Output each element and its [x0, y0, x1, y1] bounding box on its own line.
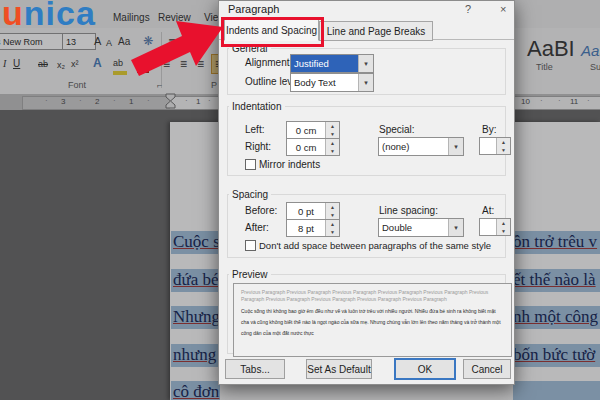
spin-up-icon[interactable]: ▲ [326, 220, 339, 228]
screenshot-stage: Mailings Review View s New Rom 13 A A Aa… [0, 0, 600, 400]
preview-sample-text: Cuộc sống thì không bao giờ êm đều như v… [241, 306, 504, 339]
dont-add-space-checkbox[interactable] [245, 240, 256, 251]
spin-down-icon[interactable]: ▼ [326, 211, 339, 219]
indent-left-spinner[interactable]: 0 cm ▲▼ [286, 121, 340, 139]
line-spacing-dropdown[interactable]: Double ▾ [378, 218, 464, 237]
tab-line-and-page-breaks[interactable]: Line and Page Breaks [319, 21, 433, 41]
indent-left-value: 0 cm [287, 122, 325, 138]
spacing-group-label: Spacing [229, 189, 271, 200]
set-as-default-label: Set As Default [307, 364, 370, 375]
spin-down-icon[interactable]: ▼ [326, 228, 339, 236]
mirror-indents-checkbox[interactable] [245, 159, 256, 170]
set-as-default-button[interactable]: Set As Default [306, 359, 372, 379]
outline-level-value: Body Text [291, 74, 358, 91]
tab-label: Line and Page Breaks [327, 26, 425, 37]
at-value [480, 219, 496, 235]
close-icon[interactable]: × [500, 3, 506, 15]
red-highlight-box [221, 17, 324, 47]
spin-down-icon[interactable]: ▼ [326, 130, 339, 138]
dont-add-space-label: Don't add space between paragraphs of th… [259, 240, 491, 251]
spin-down-icon[interactable]: ▼ [497, 146, 510, 154]
before-spinner[interactable]: 0 pt ▲▼ [286, 202, 340, 220]
line-spacing-label: Line spacing: [379, 205, 438, 216]
unica-logo: unica [2, 0, 96, 33]
chevron-down-icon[interactable]: ▾ [448, 219, 463, 236]
indent-left-label: Left: [245, 124, 264, 135]
before-value: 0 pt [287, 203, 325, 219]
logo-nica: nica [24, 0, 96, 32]
special-value: (none) [379, 138, 448, 155]
tabs-button-label: Tabs... [240, 364, 269, 375]
by-value [480, 138, 496, 154]
after-label: After: [245, 222, 269, 233]
mirror-indents-label: Mirror indents [259, 159, 320, 170]
outline-level-dropdown[interactable]: Body Text ▾ [290, 73, 374, 92]
preview-previous-text: Previous Paragraph Previous Paragraph Pr… [241, 289, 504, 303]
ok-button-label: OK [418, 364, 432, 375]
help-icon[interactable]: ? [465, 3, 471, 15]
chevron-down-icon[interactable]: ▾ [358, 74, 373, 91]
before-label: Before: [245, 205, 277, 216]
after-value: 8 pt [287, 220, 325, 236]
indent-right-label: Right: [245, 141, 271, 152]
alignment-label: Alignment: [245, 57, 292, 68]
spin-up-icon[interactable]: ▲ [326, 139, 339, 147]
after-spinner[interactable]: 8 pt ▲▼ [286, 219, 340, 237]
indent-right-spinner[interactable]: 0 cm ▲▼ [286, 138, 340, 156]
spin-down-icon[interactable]: ▼ [497, 227, 510, 235]
special-label: Special: [379, 124, 415, 135]
chevron-down-icon[interactable]: ▾ [358, 55, 373, 72]
spin-up-icon[interactable]: ▲ [326, 122, 339, 130]
indent-right-value: 0 cm [287, 139, 325, 155]
dialog-title: Paragraph [228, 3, 279, 15]
preview-box: Previous Paragraph Previous Paragraph Pr… [233, 283, 512, 357]
alignment-value: Justified [291, 55, 358, 72]
paragraph-dialog: Paragraph ? × Indents and Spacing Line a… [218, 0, 515, 385]
cancel-button-label: Cancel [471, 364, 502, 375]
by-spinner[interactable]: ▲▼ [479, 137, 511, 155]
chevron-down-icon[interactable]: ▾ [448, 138, 463, 155]
ok-button[interactable]: OK [394, 358, 456, 380]
cancel-button[interactable]: Cancel [463, 359, 511, 379]
spin-down-icon[interactable]: ▼ [326, 147, 339, 155]
by-label: By: [482, 124, 496, 135]
alignment-dropdown[interactable]: Justified ▾ [290, 54, 374, 73]
indentation-group-label: Indentation [229, 101, 285, 112]
at-spinner[interactable]: ▲▼ [479, 218, 511, 236]
logo-u: u [2, 0, 24, 32]
spin-up-icon[interactable]: ▲ [497, 219, 510, 227]
at-label: At: [482, 205, 494, 216]
preview-group-label: Preview [229, 269, 271, 280]
spin-up-icon[interactable]: ▲ [497, 138, 510, 146]
line-spacing-value: Double [379, 219, 448, 236]
spin-up-icon[interactable]: ▲ [326, 203, 339, 211]
special-dropdown[interactable]: (none) ▾ [378, 137, 464, 156]
tabs-button[interactable]: Tabs... [225, 359, 285, 379]
